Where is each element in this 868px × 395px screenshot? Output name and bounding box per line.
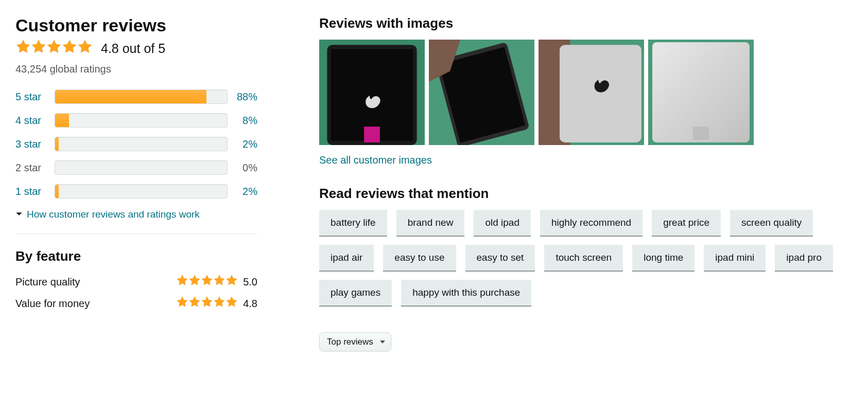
mention-tag[interactable]: ipad air xyxy=(319,245,374,272)
mention-tag[interactable]: battery life xyxy=(319,210,387,237)
by-feature-title: By feature xyxy=(15,248,257,264)
mention-tag[interactable]: touch screen xyxy=(544,245,623,272)
histogram-label: 2 star xyxy=(15,162,55,174)
histogram-label: 1 star xyxy=(15,186,55,198)
divider xyxy=(15,234,257,234)
histogram-label: 3 star xyxy=(15,138,55,150)
sort-select-wrap[interactable]: Top reviews xyxy=(319,332,391,351)
review-image-thumbnail[interactable] xyxy=(429,40,534,145)
chevron-down-icon xyxy=(15,209,23,220)
histogram-label: 4 star xyxy=(15,115,55,127)
histogram-bar xyxy=(55,160,228,175)
reviews-mention-title: Read reviews that mention xyxy=(319,186,853,202)
mention-tag[interactable]: happy with this purchase xyxy=(401,280,531,307)
mention-tag[interactable]: great price xyxy=(652,210,721,237)
feature-row: Picture quality5.0 xyxy=(15,275,257,289)
mention-tag[interactable]: old ipad xyxy=(474,210,531,237)
svg-rect-13 xyxy=(693,127,709,140)
histogram-row-5star[interactable]: 5 star88% xyxy=(15,89,257,104)
svg-rect-9 xyxy=(560,45,641,142)
rating-histogram: 5 star88%4 star8%3 star2%2 star0%1 star2… xyxy=(15,89,257,199)
histogram-label: 5 star xyxy=(15,91,55,103)
mention-tag[interactable]: brand new xyxy=(396,210,465,237)
histogram-percent: 8% xyxy=(228,115,257,127)
review-image-thumbnail[interactable] xyxy=(648,40,754,145)
mention-tag[interactable]: screen quality xyxy=(730,210,813,237)
histogram-bar xyxy=(55,184,228,199)
global-ratings-count: 43,254 global ratings xyxy=(15,63,257,75)
histogram-bar xyxy=(55,113,228,128)
histogram-bar xyxy=(55,89,228,104)
histogram-percent: 2% xyxy=(228,186,257,198)
overall-rating-row: 4.8 out of 5 xyxy=(15,40,257,57)
histogram-row-1star[interactable]: 1 star2% xyxy=(15,184,257,199)
feature-score: 5.0 xyxy=(243,276,257,288)
star-icon xyxy=(176,296,238,311)
mention-tag[interactable]: long time xyxy=(632,245,695,272)
feature-score: 4.8 xyxy=(243,298,257,310)
histogram-row-2star: 2 star0% xyxy=(15,160,257,175)
how-reviews-work-label: How customer reviews and ratings work xyxy=(27,209,200,220)
mention-tag[interactable]: play games xyxy=(319,280,392,307)
svg-rect-3 xyxy=(364,127,380,142)
feature-row: Value for money4.8 xyxy=(15,296,257,311)
rating-text: 4.8 out of 5 xyxy=(101,41,165,56)
customer-reviews-title: Customer reviews xyxy=(15,15,257,35)
review-image-thumbnail[interactable] xyxy=(319,40,425,145)
review-images-row xyxy=(319,40,853,145)
star-icon xyxy=(15,40,93,57)
sort-reviews-select[interactable]: Top reviews xyxy=(319,332,391,351)
histogram-percent: 0% xyxy=(228,162,257,174)
histogram-bar xyxy=(55,137,228,151)
feature-label: Value for money xyxy=(15,298,90,310)
histogram-percent: 2% xyxy=(228,138,257,150)
histogram-row-3star[interactable]: 3 star2% xyxy=(15,137,257,151)
mention-tag[interactable]: ipad mini xyxy=(704,245,766,272)
reviews-with-images-title: Reviews with images xyxy=(319,15,853,31)
mention-tag[interactable]: ipad pro xyxy=(775,245,833,272)
star-icon xyxy=(176,275,238,289)
review-image-thumbnail[interactable] xyxy=(539,40,644,145)
histogram-percent: 88% xyxy=(228,91,257,103)
mention-tag[interactable]: highly recommend xyxy=(540,210,643,237)
mention-tag[interactable]: easy to use xyxy=(383,245,456,272)
how-reviews-work-link[interactable]: How customer reviews and ratings work xyxy=(15,209,257,220)
feature-label: Picture quality xyxy=(15,276,80,288)
see-all-images-link[interactable]: See all customer images xyxy=(319,154,432,166)
histogram-row-4star[interactable]: 4 star8% xyxy=(15,113,257,128)
mention-tag[interactable]: easy to set xyxy=(465,245,535,272)
mention-tags-row: battery lifebrand newold ipadhighly reco… xyxy=(319,210,853,307)
